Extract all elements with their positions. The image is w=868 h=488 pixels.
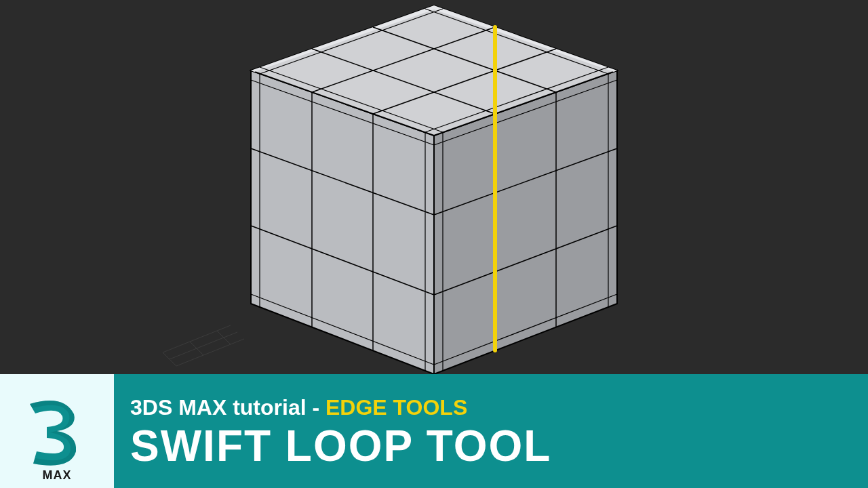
- banner-subtitle-accent: EDGE TOOLS: [326, 395, 467, 420]
- 3dsmax-logo-icon: [9, 390, 104, 472]
- banner-titles: 3DS MAX tutorial - EDGE TOOLS SWIFT LOOP…: [130, 395, 852, 468]
- svg-line-35: [217, 331, 231, 344]
- logo-box: MAX: [0, 374, 114, 488]
- banner-subtitle: 3DS MAX tutorial - EDGE TOOLS: [130, 395, 852, 420]
- banner-subtitle-left: 3DS MAX tutorial -: [130, 395, 326, 420]
- title-banner: MAX 3DS MAX tutorial - EDGE TOOLS SWIFT …: [0, 374, 868, 488]
- banner-title: SWIFT LOOP TOOL: [130, 424, 852, 468]
- svg-line-34: [190, 342, 203, 355]
- svg-line-33: [163, 352, 176, 366]
- app-stage: MAX 3DS MAX tutorial - EDGE TOOLS SWIFT …: [0, 0, 868, 488]
- logo-text: MAX: [0, 468, 114, 483]
